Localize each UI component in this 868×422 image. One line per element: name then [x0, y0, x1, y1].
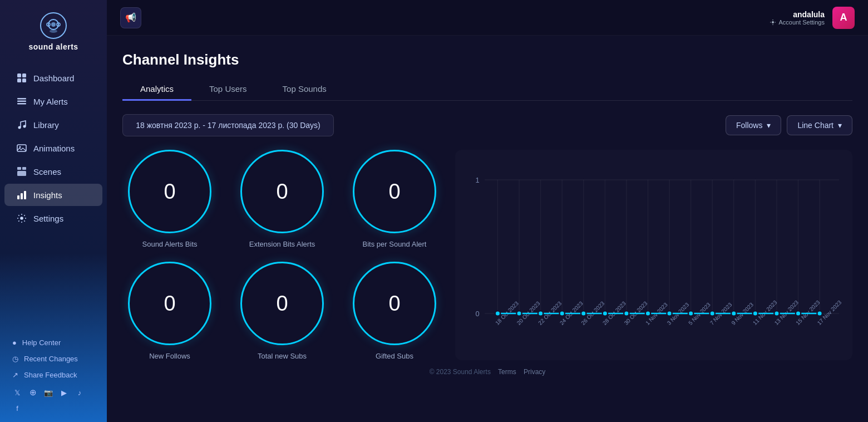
svg-rect-7: [17, 78, 21, 82]
svg-point-73: [774, 311, 779, 316]
sidebar-item-settings[interactable]: Settings: [4, 207, 102, 229]
analytics-body: 0 Sound Alerts Bits 0 Extension Bits Ale…: [122, 150, 852, 360]
twitter-icon[interactable]: 𝕏: [12, 387, 22, 398]
svg-point-2: [50, 30, 57, 33]
svg-point-68: [667, 311, 672, 316]
megaphone-icon: 📢: [125, 12, 136, 23]
metric-card-bits-per-sound-alert: 0 Bits per Sound Alert: [347, 150, 442, 248]
sidebar-label-scenes: Scenes: [33, 167, 61, 176]
svg-rect-5: [17, 73, 21, 77]
sidebar-item-animations[interactable]: Animations: [4, 137, 102, 159]
tab-top-users[interactable]: Top Users: [191, 78, 265, 101]
metric-value-sound-alerts-bits: 0: [164, 180, 175, 204]
tiktok-icon[interactable]: ♪: [75, 387, 85, 398]
sidebar-item-my-alerts[interactable]: My Alerts: [4, 90, 102, 112]
scenes-icon: [17, 166, 27, 176]
discord-icon[interactable]: ⊕: [28, 387, 38, 398]
recent-changes-link[interactable]: ◷ Recent Changes: [4, 351, 102, 367]
announce-button[interactable]: 📢: [120, 7, 141, 28]
share-icon: ↗: [12, 371, 18, 379]
username-label: andalula: [793, 10, 825, 19]
metrics-grid: 0 Sound Alerts Bits 0 Extension Bits Ale…: [122, 150, 442, 360]
svg-point-74: [796, 311, 801, 316]
metric-label-new-follows: New Follows: [149, 352, 190, 360]
sidebar: sound alerts Dashboard My Alerts: [0, 0, 107, 422]
svg-point-70: [710, 311, 715, 316]
tab-analytics[interactable]: Analytics: [122, 78, 191, 101]
metric-value-new-follows: 0: [164, 292, 175, 316]
sidebar-label-my-alerts: My Alerts: [33, 97, 68, 106]
svg-point-72: [753, 311, 758, 316]
date-range-button[interactable]: 18 жовтня 2023 р. - 17 листопада 2023 р.…: [122, 114, 334, 136]
youtube-icon[interactable]: ▶: [59, 387, 69, 398]
svg-rect-9: [17, 98, 26, 100]
svg-point-71: [731, 311, 736, 316]
avatar[interactable]: A: [832, 7, 855, 29]
sidebar-item-insights[interactable]: Insights: [4, 184, 102, 206]
account-settings-link[interactable]: Account Settings: [770, 19, 825, 26]
sidebar-bottom: ● Help Center ◷ Recent Changes ↗ Share F…: [0, 329, 107, 422]
chart-type-dropdown[interactable]: Line Chart ▾: [787, 115, 852, 135]
svg-rect-14: [17, 145, 26, 151]
image-icon: [17, 143, 27, 153]
sidebar-label-settings: Settings: [33, 214, 63, 223]
controls-right: Follows ▾ Line Chart ▾: [726, 115, 852, 135]
metric-circle-gifted-subs: 0: [353, 262, 436, 345]
svg-point-1: [51, 22, 56, 27]
metric-circle-new-follows: 0: [128, 262, 211, 345]
logo-area: sound alerts: [0, 0, 107, 61]
metric-card-gifted-subs: 0 Gifted Subs: [347, 262, 442, 360]
svg-point-65: [603, 311, 608, 316]
tab-top-sounds[interactable]: Top Sounds: [265, 78, 344, 101]
svg-point-66: [624, 311, 629, 316]
gear-small-icon: [770, 19, 776, 26]
facebook-icon[interactable]: f: [12, 403, 22, 413]
metric-label-sound-alerts-bits: Sound Alerts Bits: [142, 240, 198, 248]
svg-rect-20: [21, 193, 23, 199]
svg-point-15: [19, 146, 21, 148]
clock-icon: ◷: [12, 355, 18, 363]
metric-value-bits-per-sound-alert: 0: [388, 180, 400, 204]
metric-circle-bits-per-sound-alert: 0: [353, 150, 436, 233]
privacy-link[interactable]: Privacy: [524, 368, 545, 376]
metric-circle-total-new-subs: 0: [240, 262, 324, 345]
grid-icon: [17, 73, 27, 83]
help-center-link[interactable]: ● Help Center: [4, 335, 102, 351]
question-icon: ●: [12, 338, 17, 347]
music-icon: [17, 120, 27, 130]
svg-point-60: [495, 311, 500, 316]
sidebar-item-scenes[interactable]: Scenes: [4, 160, 102, 183]
sidebar-navigation: Dashboard My Alerts Library A: [0, 61, 107, 329]
bar-chart-icon: [17, 190, 27, 200]
instagram-icon[interactable]: 📷: [43, 387, 53, 398]
svg-point-63: [560, 311, 565, 316]
user-info: andalula Account Settings: [770, 10, 825, 26]
metric-circle-sound-alerts-bits: 0: [128, 150, 211, 233]
metric-value-gifted-subs: 0: [388, 292, 400, 316]
sidebar-item-dashboard[interactable]: Dashboard: [4, 67, 102, 89]
svg-text:0: 0: [476, 310, 480, 318]
metric-card-total-new-subs: 0 Total new Subs: [235, 262, 329, 360]
page-title: Channel Insights: [122, 51, 852, 68]
share-feedback-link[interactable]: ↗ Share Feedback: [4, 367, 102, 383]
svg-point-12: [18, 126, 21, 129]
metric-label-total-new-subs: Total new Subs: [258, 352, 307, 360]
metric-dropdown[interactable]: Follows ▾: [726, 115, 781, 135]
page-footer: © 2023 Sound Alerts Terms Privacy: [122, 360, 852, 381]
sidebar-item-library[interactable]: Library: [4, 114, 102, 136]
svg-rect-17: [22, 167, 26, 170]
metric-label-extension-bits-alerts: Extension Bits Alerts: [249, 240, 315, 248]
svg-point-64: [581, 311, 586, 316]
metric-value-extension-bits-alerts: 0: [276, 180, 288, 204]
svg-rect-21: [24, 191, 26, 199]
logo-icon: [40, 12, 67, 39]
terms-link[interactable]: Terms: [498, 368, 516, 376]
metric-card-extension-bits-alerts: 0 Extension Bits Alerts: [235, 150, 329, 248]
tabs-row: Analytics Top Users Top Sounds: [122, 78, 852, 101]
svg-rect-18: [17, 171, 26, 176]
metric-circle-extension-bits-alerts: 0: [240, 150, 324, 233]
svg-rect-8: [22, 78, 26, 82]
svg-rect-10: [17, 101, 26, 102]
app-name: sound alerts: [28, 42, 78, 51]
page-content: Channel Insights Analytics Top Users Top…: [107, 36, 868, 422]
